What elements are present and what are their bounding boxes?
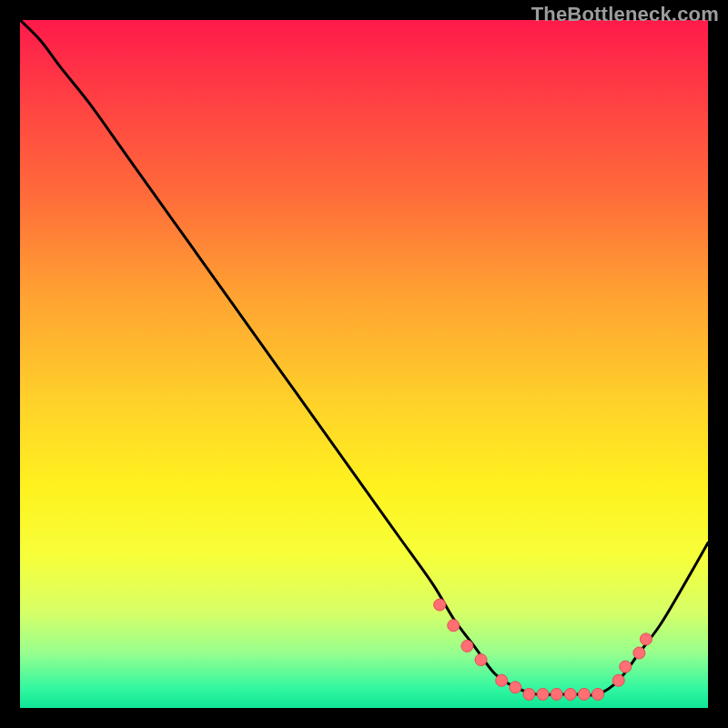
- chart-frame: TheBottleneck.com: [0, 0, 728, 728]
- marker-point: [537, 688, 549, 700]
- chart-svg: [20, 20, 708, 708]
- marker-point: [523, 688, 535, 700]
- marker-point: [461, 640, 473, 652]
- marker-point: [578, 688, 590, 700]
- chart-plot-area: [20, 20, 708, 708]
- marker-point: [448, 620, 460, 632]
- marker-point: [564, 688, 576, 700]
- marker-point: [633, 647, 645, 659]
- marker-point: [475, 654, 487, 666]
- marker-point: [592, 688, 604, 700]
- marker-point: [434, 599, 446, 611]
- marker-point: [612, 674, 624, 686]
- marker-point: [496, 674, 508, 686]
- marker-point: [620, 661, 632, 672]
- gradient-background: [20, 20, 708, 708]
- marker-point: [510, 682, 521, 693]
- marker-point: [640, 633, 652, 645]
- watermark-text: TheBottleneck.com: [531, 3, 719, 26]
- marker-point: [551, 688, 562, 700]
